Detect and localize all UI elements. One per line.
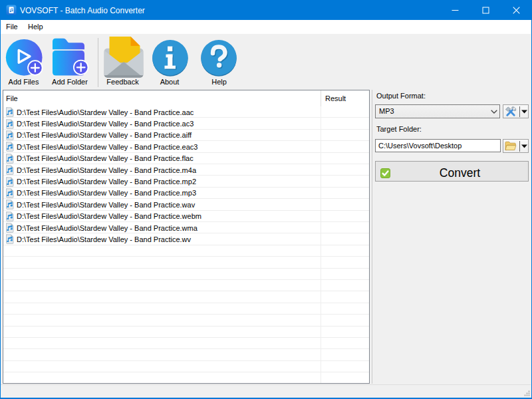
- file-path: D:\Test Files\Audio\Stardew Valley - Ban…: [17, 120, 194, 128]
- music-file-icon: [5, 154, 14, 164]
- format-options-button[interactable]: [503, 104, 529, 118]
- statusbar: [1, 384, 531, 398]
- help-question-icon: [199, 35, 240, 78]
- file-list: File Result D:\Test Files\Audio\Stardew …: [3, 90, 370, 384]
- button-divider: [519, 106, 520, 117]
- file-row[interactable]: D:\Test Files\Audio\Stardew Valley - Ban…: [3, 188, 369, 199]
- maximize-icon: [482, 7, 489, 14]
- window-title: VOVSOFT - Batch Audio Converter: [20, 1, 145, 21]
- file-path: D:\Test Files\Audio\Stardew Valley - Ban…: [17, 108, 194, 116]
- file-row[interactable]: D:\Test Files\Audio\Stardew Valley - Ban…: [3, 164, 369, 176]
- column-header-file[interactable]: File: [3, 90, 321, 106]
- dropdown-arrow-icon: [521, 144, 527, 148]
- file-path: D:\Test Files\Audio\Stardew Valley - Ban…: [17, 224, 198, 232]
- music-file-icon: [5, 223, 14, 233]
- file-list-header: File Result: [3, 90, 369, 106]
- feedback-button[interactable]: Feedback: [101, 34, 145, 90]
- window-border-left: [0, 0, 1, 399]
- about-button[interactable]: About: [148, 34, 192, 90]
- music-file-icon: [5, 107, 14, 117]
- about-info-icon: [149, 35, 190, 78]
- music-file-icon: [5, 130, 14, 140]
- music-file-icon: [5, 119, 14, 129]
- music-file-icon: [5, 165, 14, 175]
- output-format-label: Output Format:: [376, 92, 426, 100]
- file-path: D:\Test Files\Audio\Stardew Valley - Ban…: [17, 201, 195, 209]
- convert-button[interactable]: Convert: [375, 161, 529, 182]
- file-row[interactable]: D:\Test Files\Audio\Stardew Valley - Ban…: [3, 233, 369, 245]
- music-file-icon: [5, 200, 14, 209]
- file-row[interactable]: D:\Test Files\Audio\Stardew Valley - Ban…: [3, 199, 369, 210]
- file-path: D:\Test Files\Audio\Stardew Valley - Ban…: [17, 235, 191, 243]
- target-folder-label: Target Folder:: [376, 125, 422, 133]
- file-path: D:\Test Files\Audio\Stardew Valley - Ban…: [17, 189, 196, 197]
- menu-file[interactable]: File: [1, 20, 23, 34]
- open-folder-icon: [504, 140, 517, 152]
- add-folder-label: Add Folder: [48, 78, 92, 86]
- titlebar: VOVSOFT - Batch Audio Converter: [0, 0, 532, 20]
- add-folder-icon: [49, 35, 90, 78]
- target-folder-input[interactable]: C:\Users\Vovsoft\Desktop: [375, 139, 501, 152]
- toolbar: Add Files Add Folder: [1, 34, 531, 90]
- minimize-icon: [452, 7, 459, 14]
- file-path: D:\Test Files\Audio\Stardew Valley - Ban…: [17, 154, 194, 162]
- add-files-label: Add Files: [2, 78, 46, 86]
- feedback-envelope-icon: [102, 35, 144, 78]
- file-path: D:\Test Files\Audio\Stardew Valley - Ban…: [17, 143, 198, 151]
- settings-panel: Output Format: MP3 Target Folder: C:\Use…: [372, 90, 531, 384]
- music-file-icon: [5, 142, 14, 152]
- file-row[interactable]: D:\Test Files\Audio\Stardew Valley - Ban…: [3, 176, 369, 187]
- help-button[interactable]: Help: [198, 34, 241, 90]
- tools-icon: [504, 106, 517, 118]
- output-format-select[interactable]: MP3: [375, 104, 500, 118]
- output-format-value: MP3: [379, 107, 394, 115]
- file-row[interactable]: D:\Test Files\Audio\Stardew Valley - Ban…: [3, 106, 369, 118]
- browse-folder-button[interactable]: [503, 139, 529, 153]
- app-icon: [6, 5, 17, 15]
- menu-help[interactable]: Help: [23, 20, 49, 34]
- chevron-down-icon: [491, 110, 497, 114]
- file-row[interactable]: D:\Test Files\Audio\Stardew Valley - Ban…: [3, 153, 369, 164]
- file-row[interactable]: D:\Test Files\Audio\Stardew Valley - Ban…: [3, 222, 369, 233]
- file-path: D:\Test Files\Audio\Stardew Valley - Ban…: [17, 131, 192, 139]
- file-path: D:\Test Files\Audio\Stardew Valley - Ban…: [17, 212, 201, 220]
- file-row[interactable]: D:\Test Files\Audio\Stardew Valley - Ban…: [3, 141, 369, 152]
- file-row[interactable]: D:\Test Files\Audio\Stardew Valley - Ban…: [3, 118, 369, 129]
- file-row[interactable]: D:\Test Files\Audio\Stardew Valley - Ban…: [3, 130, 369, 141]
- dropdown-arrow-icon: [521, 110, 527, 114]
- green-checkbox-icon: [380, 168, 390, 178]
- maximize-button[interactable]: [470, 0, 501, 20]
- music-file-icon: [5, 234, 14, 244]
- about-label: About: [148, 78, 192, 86]
- add-files-icon: [3, 35, 45, 78]
- close-button[interactable]: [501, 0, 531, 20]
- toolbar-separator: [98, 38, 98, 87]
- music-file-icon: [5, 177, 14, 187]
- column-header-result[interactable]: Result: [321, 90, 346, 106]
- file-list-body: D:\Test Files\Audio\Stardew Valley - Ban…: [3, 106, 369, 383]
- menubar: File Help: [1, 20, 531, 34]
- music-file-icon: [5, 188, 14, 198]
- resize-grip[interactable]: [523, 390, 530, 397]
- convert-label: Convert: [392, 164, 528, 183]
- music-file-icon: [5, 211, 14, 221]
- help-label: Help: [198, 78, 241, 86]
- column-divider[interactable]: [321, 90, 321, 106]
- button-divider: [519, 141, 520, 152]
- file-path: D:\Test Files\Audio\Stardew Valley - Ban…: [17, 166, 196, 174]
- add-folder-button[interactable]: Add Folder: [48, 34, 92, 90]
- minimize-button[interactable]: [440, 0, 470, 20]
- feedback-label: Feedback: [101, 78, 145, 86]
- add-files-button[interactable]: Add Files: [2, 34, 46, 90]
- file-path: D:\Test Files\Audio\Stardew Valley - Ban…: [17, 178, 196, 186]
- close-icon: [513, 7, 520, 14]
- app-window: VOVSOFT - Batch Audio Converter File Hel…: [0, 0, 532, 399]
- file-row[interactable]: D:\Test Files\Audio\Stardew Valley - Ban…: [3, 211, 369, 222]
